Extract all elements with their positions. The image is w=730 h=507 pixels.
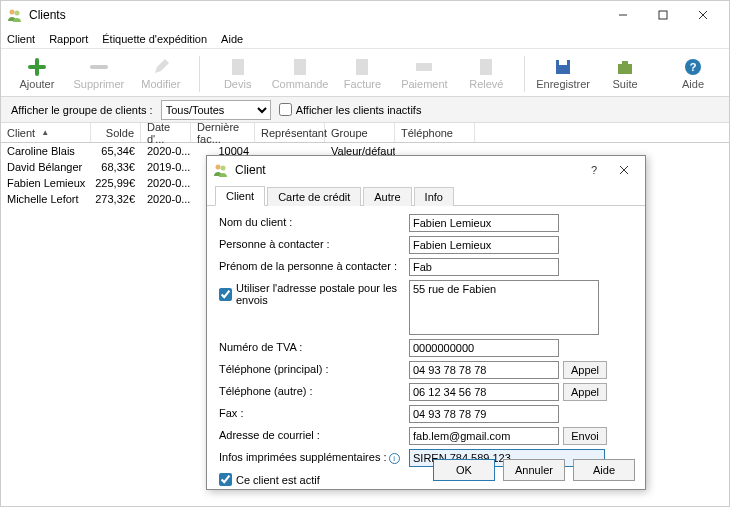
prenom-input[interactable] <box>409 258 559 276</box>
briefcase-icon <box>615 57 635 77</box>
svg-rect-8 <box>356 59 368 75</box>
filter-bar: Afficher le groupe de clients : Tous/Tou… <box>1 97 729 123</box>
sort-asc-icon: ▲ <box>41 128 49 137</box>
svg-rect-3 <box>659 11 667 19</box>
menu-client[interactable]: Client <box>7 33 35 45</box>
envoi-button[interactable]: Envoi <box>563 427 607 445</box>
window-title: Clients <box>29 8 603 22</box>
svg-point-1 <box>15 11 20 16</box>
dialog-close-button[interactable] <box>609 159 639 181</box>
tab-autre[interactable]: Autre <box>363 187 411 206</box>
list-icon <box>476 57 496 77</box>
svg-point-0 <box>10 10 15 15</box>
main-titlebar: Clients <box>1 1 729 29</box>
menu-etiquette[interactable]: Étiquette d'expédition <box>102 33 207 45</box>
group-filter-select[interactable]: Tous/Toutes <box>161 100 271 120</box>
col-groupe[interactable]: Groupe <box>325 123 395 142</box>
col-rep[interactable]: Représentant <box>255 123 325 142</box>
document-icon <box>228 57 248 77</box>
grid-header: Client▲ Solde Date d'... Dernière fac...… <box>1 123 729 143</box>
svg-rect-14 <box>622 61 628 64</box>
tva-input[interactable] <box>409 339 559 357</box>
contact-input[interactable] <box>409 236 559 254</box>
aide-button[interactable]: ?Aide <box>665 52 721 96</box>
svg-point-18 <box>221 166 226 171</box>
releve-button[interactable]: Relevé <box>458 52 514 96</box>
label-tel1: Téléphone (principal) : <box>219 361 409 375</box>
label-extra: Infos imprimées supplémentaires :i <box>219 449 409 464</box>
inactive-checkbox[interactable] <box>279 103 292 116</box>
svg-rect-7 <box>294 59 306 75</box>
close-button[interactable] <box>683 4 723 26</box>
tel2-input[interactable] <box>409 383 559 401</box>
tab-client[interactable]: Client <box>215 186 265 206</box>
svg-rect-9 <box>416 63 432 71</box>
col-derniere[interactable]: Dernière fac... <box>191 123 255 142</box>
label-nom: Nom du client : <box>219 214 409 228</box>
pencil-icon <box>151 57 171 77</box>
suite-button[interactable]: Suite <box>597 52 653 96</box>
dialog-titlebar: Client ? <box>207 156 645 184</box>
tel1-input[interactable] <box>409 361 559 379</box>
label-fax: Fax : <box>219 405 409 419</box>
tab-info[interactable]: Info <box>414 187 454 206</box>
client-dialog: Client ? Client Carte de crédit Autre In… <box>206 155 646 490</box>
dialog-tabs: Client Carte de crédit Autre Info <box>207 184 645 206</box>
annuler-button[interactable]: Annuler <box>503 459 565 481</box>
modifier-button[interactable]: Modifier <box>133 52 189 96</box>
adresse-textarea[interactable]: 55 rue de Fabien <box>409 280 599 335</box>
col-date[interactable]: Date d'... <box>141 123 191 142</box>
svg-rect-10 <box>480 59 492 75</box>
inactive-checkbox-label[interactable]: Afficher les clients inactifs <box>279 103 422 116</box>
svg-rect-6 <box>232 59 244 75</box>
mail-input[interactable] <box>409 427 559 445</box>
col-solde[interactable]: Solde <box>91 123 141 142</box>
enregistrer-button[interactable]: Enregistrer <box>535 52 591 96</box>
minimize-button[interactable] <box>603 4 643 26</box>
label-tel2: Téléphone (autre) : <box>219 383 409 397</box>
svg-rect-12 <box>559 60 567 65</box>
label-contact: Personne à contacter : <box>219 236 409 250</box>
toolbar: Ajouter Supprimer Modifier Devis Command… <box>1 49 729 97</box>
actif-checkbox[interactable] <box>219 473 232 486</box>
label-mail: Adresse de courriel : <box>219 427 409 441</box>
postal-checkbox-label[interactable]: Utiliser l'adresse postale pour les envo… <box>219 280 409 306</box>
tab-cc[interactable]: Carte de crédit <box>267 187 361 206</box>
appel1-button[interactable]: Appel <box>563 361 607 379</box>
fax-input[interactable] <box>409 405 559 423</box>
col-client[interactable]: Client▲ <box>1 123 91 142</box>
clients-icon <box>7 7 23 23</box>
help-icon: ? <box>683 57 703 77</box>
ok-button[interactable]: OK <box>433 459 495 481</box>
actif-checkbox-label[interactable]: Ce client est actif <box>219 471 409 486</box>
label-prenom: Prénom de la personne à contacter : <box>219 258 409 272</box>
menu-rapport[interactable]: Rapport <box>49 33 88 45</box>
client-form: Nom du client : Personne à contacter : P… <box>207 206 645 494</box>
svg-text:?: ? <box>690 61 697 73</box>
aide-button[interactable]: Aide <box>573 459 635 481</box>
menu-aide[interactable]: Aide <box>221 33 243 45</box>
commande-button[interactable]: Commande <box>272 52 329 96</box>
devis-button[interactable]: Devis <box>210 52 266 96</box>
label-tva: Numéro de TVA : <box>219 339 409 353</box>
appel2-button[interactable]: Appel <box>563 383 607 401</box>
info-icon[interactable]: i <box>389 453 400 464</box>
nom-input[interactable] <box>409 214 559 232</box>
svg-rect-13 <box>618 64 632 74</box>
dialog-title: Client <box>235 163 579 177</box>
facture-button[interactable]: Facture <box>334 52 390 96</box>
clients-icon <box>213 162 229 178</box>
minus-icon <box>89 57 109 77</box>
postal-checkbox[interactable] <box>219 288 232 301</box>
dialog-buttons: OK Annuler Aide <box>433 459 635 481</box>
document-icon <box>352 57 372 77</box>
col-tel[interactable]: Téléphone <box>395 123 475 142</box>
save-icon <box>553 57 573 77</box>
maximize-button[interactable] <box>643 4 683 26</box>
supprimer-button[interactable]: Supprimer <box>71 52 127 96</box>
document-icon <box>290 57 310 77</box>
money-icon <box>414 57 434 77</box>
dialog-help-button[interactable]: ? <box>579 159 609 181</box>
ajouter-button[interactable]: Ajouter <box>9 52 65 96</box>
paiement-button[interactable]: Paiement <box>396 52 452 96</box>
